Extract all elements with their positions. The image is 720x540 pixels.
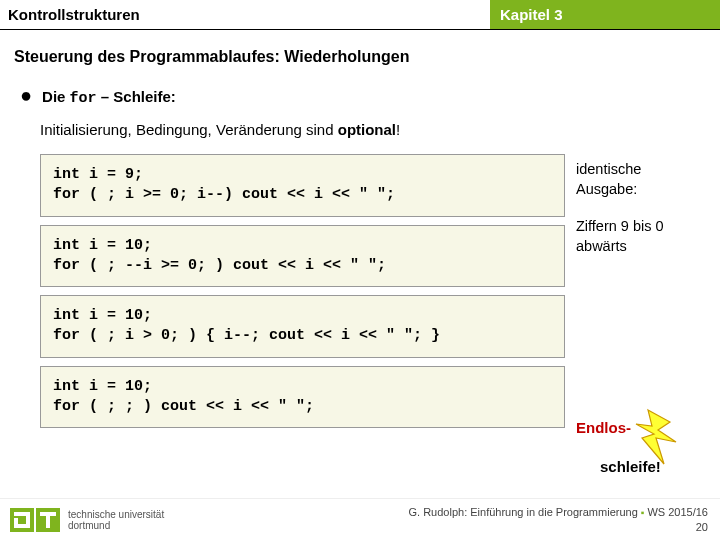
header-bar: Kontrollstrukturen Kapitel 3 [0,0,720,30]
desc-post: ! [396,121,400,138]
logo-block-u [10,508,34,532]
header-right: Kapitel 3 [490,0,720,29]
logo-line1: technische universität [68,509,164,520]
code-box-3: int i = 10; for ( ; i > 0; ) { i--; cout… [40,295,565,358]
slide-subtitle: Steuerung des Programmablaufes: Wiederho… [14,48,706,66]
logo-line2: dortmund [68,520,110,531]
code-box-1: int i = 9; for ( ; i >= 0; i--) cout << … [40,154,565,217]
code-row-3: int i = 10; for ( ; i > 0; ) { i--; cout… [40,295,706,358]
footer: technische universität dortmund G. Rudol… [0,498,720,540]
footer-semester: WS 2015/16 [647,506,708,518]
tu-logo: technische universität dortmund [10,508,164,532]
desc-pre: Initialisierung, Bedingung, Veränderung … [40,121,338,138]
bullet-keyword: for [70,90,97,107]
annot-identical: identische Ausgabe: [576,160,664,199]
footer-dot-icon: ▪ [641,507,645,518]
code-box-2: int i = 10; for ( ; --i >= 0; ) cout << … [40,225,565,288]
header-left: Kontrollstrukturen [0,0,490,29]
footer-right: G. Rudolph: Einführung in die Programmie… [408,505,708,534]
code-box-4: int i = 10; for ( ; ; ) cout << i << " "… [40,366,565,429]
annotation-block: identische Ausgabe: Ziffern 9 bis 0 abwä… [576,160,664,274]
logo-block-t [36,508,60,532]
logo-text: technische universität dortmund [68,509,164,531]
bullet-dot: ● [20,88,32,102]
bullet-text: Die for – Schleife: [42,88,176,107]
annot-digits: Ziffern 9 bis 0 abwärts [576,217,664,256]
bullet-post: – Schleife: [97,88,176,105]
endlos-part1: Endlos- [576,419,631,436]
footer-page: 20 [696,521,708,533]
footer-course: G. Rudolph: Einführung in die Programmie… [408,506,637,518]
endlos-part2: schleife! [600,458,661,475]
desc-bold: optional [338,121,396,138]
bullet-item: ● Die for – Schleife: [20,88,706,107]
endless-loop-label: Endlos- schleife! [576,418,661,477]
bullet-pre: Die [42,88,70,105]
description: Initialisierung, Bedingung, Veränderung … [40,121,706,138]
